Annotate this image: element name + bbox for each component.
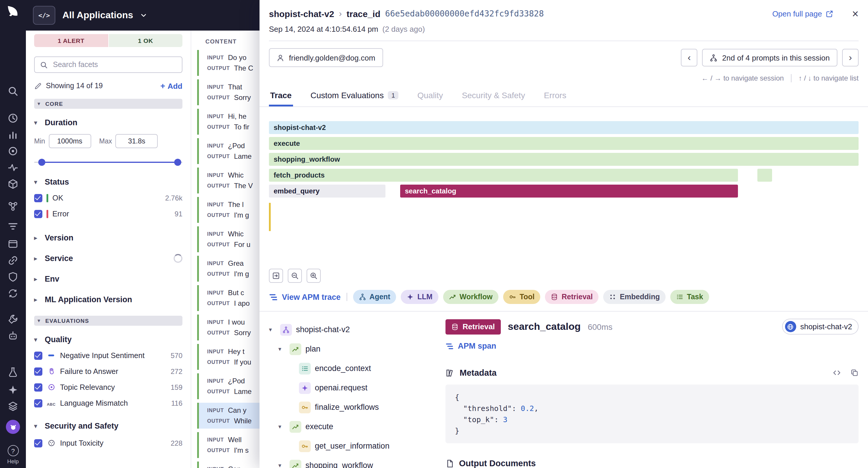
ok-badge[interactable]: 1 OK xyxy=(108,34,182,47)
previous-prompt-button[interactable] xyxy=(681,49,698,66)
tree-row[interactable]: execute xyxy=(269,417,445,436)
list-item[interactable]: INPUTWhic OUTPUTThe V xyxy=(197,168,259,194)
legend-embedding-chip[interactable]: Embedding xyxy=(603,290,665,304)
flame-span-workflow[interactable]: execute xyxy=(269,137,859,150)
list-item[interactable]: INPUTThe l OUTPUTI'm g xyxy=(197,197,259,223)
tree-row[interactable]: finalize_workflows xyxy=(269,397,445,417)
list-item[interactable]: INPUTDo yo OUTPUTThe C xyxy=(197,50,259,76)
apm-icon[interactable] xyxy=(8,146,18,156)
tree-row[interactable]: openai.request xyxy=(269,378,445,397)
chevron-down-icon[interactable] xyxy=(278,424,285,430)
infrastructure-icon[interactable] xyxy=(8,179,18,189)
checkbox-checked[interactable] xyxy=(34,194,42,202)
list-item-selected[interactable]: INPUTCan y OUTPUTWhile xyxy=(197,403,259,429)
quality-negative-input-sentiment-row[interactable]: Negative Input Sentiment 570 xyxy=(34,351,182,360)
list-item[interactable]: INPUTWhic OUTPUTFor u xyxy=(197,226,259,252)
tree-row-root[interactable]: shopist-chat-v2 xyxy=(269,320,445,339)
tree-row[interactable]: plan xyxy=(269,339,445,359)
copy-icon[interactable] xyxy=(850,369,859,377)
flame-span-agent[interactable]: shopist-chat-v2 xyxy=(269,121,859,134)
experiments-icon[interactable] xyxy=(8,367,18,377)
zoom-in-button[interactable] xyxy=(307,269,321,283)
slider-handle-min[interactable] xyxy=(38,159,45,166)
flame-span-workflow[interactable]: fetch_products xyxy=(269,169,738,182)
status-error-row[interactable]: Error 91 xyxy=(34,209,182,218)
slider-handle-max[interactable] xyxy=(175,159,182,166)
facet-version[interactable]: Version xyxy=(34,233,182,242)
list-item[interactable]: INPUTThat OUTPUTSorry xyxy=(197,79,259,105)
status-ok-row[interactable]: OK 2.76k xyxy=(34,194,182,202)
help-button[interactable]: Help xyxy=(0,445,26,465)
list-item[interactable]: INPUTCan OUTPUT xyxy=(197,462,259,468)
zoom-out-button[interactable] xyxy=(288,269,302,283)
facet-duration[interactable]: Duration xyxy=(34,118,182,127)
service-map-icon[interactable] xyxy=(8,201,18,212)
checkbox-checked[interactable] xyxy=(34,210,42,218)
facet-search[interactable] xyxy=(34,57,182,73)
legend-llm-chip[interactable]: LLM xyxy=(401,290,438,304)
legend-workflow-chip[interactable]: Workflow xyxy=(443,290,498,304)
list-item[interactable]: INPUT¿Pod OUTPUTLame xyxy=(197,373,259,399)
pencil-icon[interactable] xyxy=(34,82,42,90)
list-item[interactable]: INPUTGrea OUTPUTI'm g xyxy=(197,256,259,281)
next-prompt-button[interactable] xyxy=(842,49,859,66)
security-input-toxicity-row[interactable]: Input Toxicity 228 xyxy=(34,439,182,447)
breadcrumb-app[interactable]: shopist-chat-v2 xyxy=(269,8,334,19)
settings-icon[interactable] xyxy=(8,314,18,325)
open-full-page-link[interactable]: Open full page xyxy=(772,9,833,18)
flame-span-embedding-label[interactable]: embed_query xyxy=(269,185,385,198)
flame-span-workflow-small[interactable] xyxy=(757,169,772,182)
view-as-code-icon[interactable] xyxy=(833,369,841,377)
facet-status[interactable]: Status xyxy=(34,177,182,187)
legend-task-chip[interactable]: Task xyxy=(671,290,709,304)
checkbox-checked[interactable] xyxy=(34,399,42,407)
checkbox-checked[interactable] xyxy=(34,439,42,447)
core-section-header[interactable]: CORE xyxy=(34,99,182,109)
application-chip[interactable]: shopist-chat-v2 xyxy=(782,319,859,335)
list-item[interactable]: INPUTHi, he OUTPUTTo fir xyxy=(197,109,259,135)
quality-topic-relevancy-row[interactable]: Topic Relevancy 159 xyxy=(34,383,182,392)
fit-to-window-button[interactable] xyxy=(269,269,283,283)
add-facet-button[interactable]: Add xyxy=(160,81,182,91)
list-item[interactable]: INPUTBut c OUTPUTI apo xyxy=(197,285,259,311)
tree-row[interactable]: encode_context xyxy=(269,359,445,378)
chevron-down-icon[interactable] xyxy=(269,327,276,332)
user-avatar[interactable] xyxy=(6,420,20,434)
duration-min-input[interactable] xyxy=(49,134,91,148)
duration-max-input[interactable] xyxy=(116,134,158,148)
facet-ml-application-version[interactable]: ML Application Version xyxy=(34,295,182,304)
legend-agent-chip[interactable]: Agent xyxy=(353,290,396,304)
search-icon[interactable] xyxy=(8,86,18,96)
legend-retrieval-chip[interactable]: Retrieval xyxy=(545,290,599,304)
checkbox-checked[interactable] xyxy=(34,367,42,375)
facet-quality[interactable]: Quality xyxy=(34,335,182,344)
tab-custom-evaluations[interactable]: Custom Evaluations 1 xyxy=(309,85,400,106)
history-icon[interactable] xyxy=(8,113,18,124)
user-email-chip[interactable]: friendly.golden@dog.com xyxy=(269,48,383,67)
facet-env[interactable]: Env xyxy=(34,274,182,283)
checkbox-checked[interactable] xyxy=(34,351,42,360)
application-selector[interactable]: All Applications xyxy=(62,10,133,21)
view-apm-trace-link[interactable]: View APM trace xyxy=(269,293,341,301)
evaluations-section-header[interactable]: EVALUATIONS xyxy=(34,316,182,326)
quality-failure-to-answer-row[interactable]: Failure to Answer 272 xyxy=(34,367,182,376)
facet-search-input[interactable] xyxy=(52,60,177,69)
facet-service[interactable]: Service xyxy=(34,254,182,263)
metrics-icon[interactable] xyxy=(8,129,18,140)
bits-ai-icon[interactable] xyxy=(8,330,18,341)
flame-span-workflow[interactable]: shopping_workflow xyxy=(269,153,859,166)
tree-row[interactable]: shopping_workflow xyxy=(269,456,445,468)
legend-tool-chip[interactable]: Tool xyxy=(503,290,540,304)
list-item[interactable]: INPUTI wou OUTPUTSorry xyxy=(197,314,259,340)
list-item[interactable]: INPUTHey t OUTPUTIf you xyxy=(197,344,259,370)
datadog-logo[interactable] xyxy=(5,4,21,20)
ci-icon[interactable] xyxy=(8,288,18,299)
tab-trace[interactable]: Trace xyxy=(269,85,293,106)
logs-icon[interactable] xyxy=(8,221,18,232)
flame-span-retrieval[interactable]: search_catalog xyxy=(400,185,738,198)
alert-badge[interactable]: 1 ALERT xyxy=(34,34,108,47)
llm-observability-icon[interactable] xyxy=(8,385,18,395)
rum-icon[interactable] xyxy=(8,239,18,249)
integrations-icon[interactable] xyxy=(8,255,18,266)
code-badge[interactable]: </> xyxy=(33,6,55,25)
